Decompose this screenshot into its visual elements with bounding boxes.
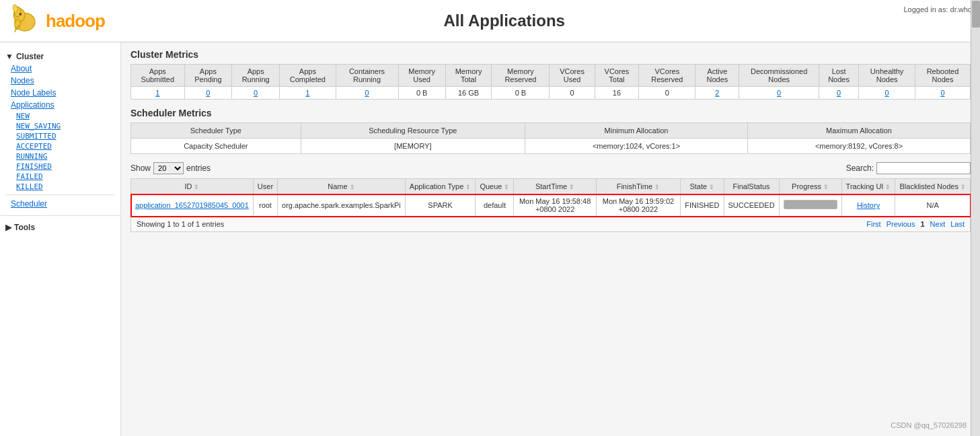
- metrics-header-apps-pending: Apps Pending: [184, 65, 231, 87]
- metrics-header-vcores-used: VCores Used: [550, 65, 595, 87]
- app-header-progress[interactable]: Progress ⇕: [779, 179, 841, 194]
- app-tracking-link[interactable]: History: [857, 201, 880, 209]
- metrics-val-memory-reserved: 0 B: [492, 87, 550, 100]
- metrics-val-vcores-reserved: 0: [639, 87, 695, 100]
- sidebar-item-about[interactable]: About: [5, 63, 115, 75]
- scheduler-header-resource-type: Scheduling Resource Type: [301, 123, 525, 139]
- cluster-metrics-table: Apps Submitted Apps Pending Apps Running…: [130, 64, 971, 100]
- sidebar-item-new-saving[interactable]: NEW_SAVING: [5, 121, 115, 131]
- app-header-name[interactable]: Name ⇕: [278, 179, 406, 194]
- app-header-app-type[interactable]: Application Type ⇕: [405, 179, 476, 194]
- sidebar-item-node-labels[interactable]: Node Labels: [5, 87, 115, 99]
- scheduler-metrics-table: Scheduler Type Scheduling Resource Type …: [130, 122, 971, 154]
- sort-icon-id: ⇕: [194, 184, 199, 190]
- pagination-first[interactable]: First: [866, 220, 880, 228]
- app-table-controls: Show 20 50 100 entries Search:: [130, 162, 971, 174]
- metrics-header-lost-nodes: Lost Nodes: [819, 65, 858, 87]
- sort-icon-blacklisted: ⇕: [960, 184, 966, 190]
- app-header-user: User: [253, 179, 277, 194]
- app-blacklisted-cell: N/A: [895, 194, 971, 217]
- metrics-val-containers-running[interactable]: 0: [336, 87, 398, 100]
- scheduler-header-min-alloc: Minimum Allocation: [525, 123, 748, 139]
- app-header-start-time[interactable]: StartTime ⇕: [514, 179, 596, 194]
- scheduler-metrics-title: Scheduler Metrics: [130, 108, 971, 118]
- metrics-val-lost-nodes[interactable]: 0: [819, 87, 858, 100]
- app-name-cell: org.apache.spark.examples.SparkPi: [278, 194, 406, 217]
- show-entries-select[interactable]: 20 50 100: [153, 162, 184, 174]
- app-header-tracking-ui[interactable]: Tracking UI ⇕: [841, 179, 895, 194]
- sort-icon-state: ⇕: [709, 184, 714, 190]
- sidebar-item-failed[interactable]: FAILED: [5, 172, 115, 182]
- metrics-val-decommissioned-nodes[interactable]: 0: [739, 87, 819, 100]
- metrics-val-active-nodes[interactable]: 2: [695, 87, 739, 100]
- metrics-header-decommissioned-nodes: Decommissioned Nodes: [739, 65, 819, 87]
- metrics-val-apps-running[interactable]: 0: [232, 87, 280, 100]
- search-label: Search:: [846, 164, 874, 173]
- app-header-state[interactable]: State ⇕: [681, 179, 724, 194]
- app-tracking-cell[interactable]: History: [841, 194, 895, 217]
- search-input[interactable]: [876, 162, 971, 174]
- app-header-finish-time[interactable]: FinishTime ⇕: [596, 179, 680, 194]
- metrics-val-memory-used: 0 B: [398, 87, 445, 100]
- pagination-showing-text: Showing 1 to 1 of 1 entries: [137, 220, 224, 228]
- metrics-val-unhealthy-nodes[interactable]: 0: [859, 87, 915, 100]
- app-type-cell: SPARK: [405, 194, 476, 217]
- scheduler-val-min-alloc: <memory:1024, vCores:1>: [525, 139, 748, 154]
- pagination-next[interactable]: Next: [930, 220, 946, 228]
- app-header-blacklisted-nodes[interactable]: Blacklisted Nodes ⇕: [895, 179, 971, 194]
- sidebar-item-accepted[interactable]: ACCEPTED: [5, 141, 115, 151]
- sidebar-item-submitted[interactable]: SUBMITTED: [5, 131, 115, 141]
- sidebar-item-applications[interactable]: Applications: [5, 99, 115, 111]
- app-header-queue[interactable]: Queue ⇕: [476, 179, 514, 194]
- app-queue-cell: default: [476, 194, 514, 217]
- table-row: application_1652701985045_0001 root org.…: [131, 194, 971, 217]
- arrow-icon: ▼: [5, 52, 13, 61]
- hadoop-logo-text: hadoop: [46, 11, 105, 32]
- metrics-val-apps-completed[interactable]: 1: [280, 87, 336, 100]
- metrics-val-vcores-total: 16: [595, 87, 639, 100]
- sort-icon-tracking: ⇕: [885, 184, 891, 190]
- sidebar-item-finished[interactable]: FINISHED: [5, 161, 115, 172]
- app-header-final-status: FinalStatus: [724, 179, 779, 194]
- sidebar-item-killed[interactable]: KILLED: [5, 182, 115, 192]
- sidebar-item-nodes[interactable]: Nodes: [5, 75, 115, 87]
- sort-icon-queue: ⇕: [504, 184, 509, 190]
- metrics-header-apps-submitted: Apps Submitted: [131, 65, 185, 87]
- metrics-header-memory-reserved: Memory Reserved: [492, 65, 550, 87]
- app-id-link[interactable]: application_1652701985045_0001: [135, 201, 249, 209]
- app-id-cell[interactable]: application_1652701985045_0001: [131, 194, 254, 217]
- sidebar-item-running[interactable]: RUNNING: [5, 151, 115, 161]
- metrics-val-vcores-used: 0: [550, 87, 595, 100]
- sort-icon-type: ⇕: [465, 184, 471, 190]
- hadoop-elephant-icon: [8, 4, 42, 38]
- app-final-status-cell: SUCCEEDED: [724, 194, 779, 217]
- metrics-header-containers-running: Containers Running: [336, 65, 398, 87]
- pagination-page-1[interactable]: 1: [920, 220, 924, 228]
- cluster-metrics-title: Cluster Metrics: [130, 49, 971, 60]
- scheduler-val-type: Capacity Scheduler: [131, 139, 301, 154]
- scrollbar[interactable]: [971, 0, 980, 436]
- metrics-val-apps-pending[interactable]: 0: [184, 87, 231, 100]
- metrics-header-rebooted-nodes: Rebooted Nodes: [915, 65, 970, 87]
- metrics-val-rebooted-nodes[interactable]: 0: [915, 87, 970, 100]
- watermark: CSDN @qq_57026298: [891, 421, 967, 429]
- metrics-header-memory-total: Memory Total: [445, 65, 492, 87]
- pagination-links: First Previous 1 Next Last: [866, 220, 965, 228]
- scheduler-val-resource-type: [MEMORY]: [301, 139, 525, 154]
- metrics-val-apps-submitted[interactable]: 1: [131, 87, 185, 100]
- sidebar-tools-section[interactable]: ▶ Tools: [5, 221, 115, 233]
- sidebar-item-new[interactable]: NEW: [5, 111, 115, 121]
- scrollbar-thumb[interactable]: [972, 1, 980, 28]
- login-info: Logged in as: dr.who: [903, 4, 972, 13]
- app-header-id[interactable]: ID ⇕: [131, 179, 254, 194]
- sidebar-cluster-section[interactable]: ▼ Cluster: [5, 50, 115, 63]
- svg-point-4: [20, 13, 22, 15]
- sidebar-item-scheduler[interactable]: Scheduler: [5, 198, 115, 210]
- pagination-row: Showing 1 to 1 of 1 entries First Previo…: [130, 217, 971, 232]
- app-state-cell: FINISHED: [681, 194, 724, 217]
- pagination-previous[interactable]: Previous: [887, 220, 915, 228]
- arrow-right-icon: ▶: [5, 223, 11, 232]
- scheduler-header-max-alloc: Maximum Allocation: [747, 123, 970, 139]
- metrics-val-memory-total: 16 GB: [445, 87, 492, 100]
- pagination-last[interactable]: Last: [950, 220, 965, 228]
